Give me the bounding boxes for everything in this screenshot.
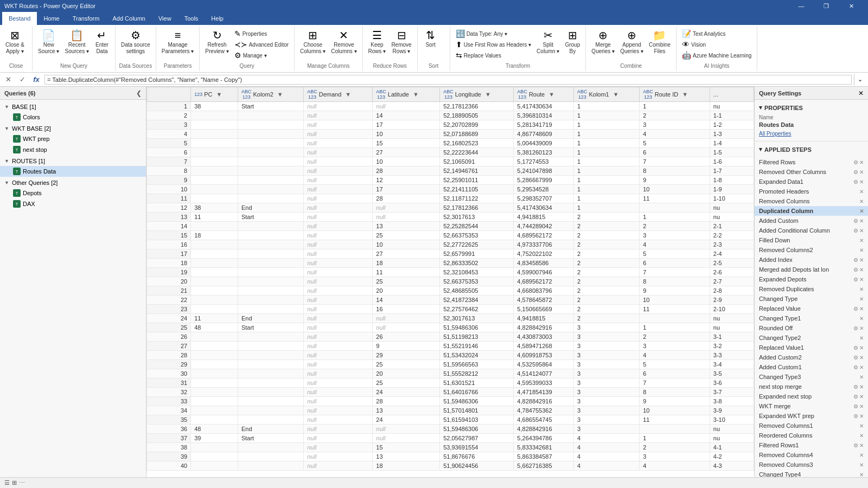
formula-confirm-button[interactable]: ✓ [16,74,28,86]
step-settings-icon[interactable]: ⚙ [853,277,858,282]
step-delete-icon[interactable]: ✕ [859,306,864,312]
status-icon-1[interactable]: ☰ [4,479,10,486]
step-settings-icon[interactable]: ⚙ [853,442,858,448]
applied-step-item[interactable]: Filtered Rows⚙✕ [755,157,868,167]
step-delete-icon[interactable]: ✕ [859,413,864,419]
step-delete-icon[interactable]: ✕ [859,189,864,195]
step-delete-icon[interactable]: ✕ [859,286,864,292]
step-settings-icon[interactable]: ⚙ [853,325,858,331]
applied-step-item[interactable]: Changed Type2✕ [755,333,868,343]
step-settings-icon[interactable]: ⚙ [853,257,858,263]
applied-step-item[interactable]: Removed Columns2✕ [755,245,868,255]
step-delete-icon[interactable]: ✕ [859,442,864,448]
recent-sources-button[interactable]: 📋 RecentSources ▾ [62,28,91,56]
step-delete-icon[interactable]: ✕ [859,462,864,468]
new-source-button[interactable]: 📄 NewSource ▾ [36,28,61,56]
formula-expand-button[interactable]: ⌄ [854,74,866,86]
sidebar-item-colors[interactable]: T Colors [0,112,146,123]
data-type-button[interactable]: 🔣 Data Type: Any ▾ [454,28,533,39]
step-delete-icon[interactable]: ✕ [859,403,864,409]
step-delete-icon[interactable]: ✕ [859,296,864,302]
step-settings-icon[interactable]: ⚙ [853,413,858,419]
step-settings-icon[interactable]: ⚙ [853,345,858,351]
append-queries-button[interactable]: ⊕ AppendQueries ▾ [618,28,646,56]
col-header-kolom1[interactable]: ABC123 Kolom1 ▼ [573,87,639,102]
merge-queries-button[interactable]: ⊕ MergeQueries ▾ [589,28,617,56]
query-group-wkt-base-header[interactable]: ▼ WKT BASE [2] [0,124,146,133]
step-settings-icon[interactable]: ⚙ [853,267,858,273]
query-group-base-header[interactable]: ▼ BASE [1] [0,102,146,112]
step-delete-icon[interactable]: ✕ [859,316,864,322]
applied-step-item[interactable]: Removed Duplicates✕ [755,284,868,294]
keep-rows-button[interactable]: ☰ KeepRows ▾ [366,28,388,56]
applied-step-item[interactable]: Added Custom⚙✕ [755,216,868,226]
advanced-editor-button[interactable]: ≺≻ Advanced Editor [232,39,291,50]
applied-step-item[interactable]: Merged add Depots lat lon⚙✕ [755,265,868,274]
tab-add-column[interactable]: Add Column [106,12,152,25]
step-delete-icon[interactable]: ✕ [859,384,864,390]
applied-step-item[interactable]: Changed Type4✕ [755,470,868,477]
step-settings-icon[interactable]: ⚙ [853,306,858,312]
close-button[interactable]: ✕ [839,0,864,12]
remove-columns-button[interactable]: ✕ RemoveColumns ▾ [329,28,359,56]
status-icon-3[interactable]: ⋯ [19,479,25,486]
step-settings-icon[interactable]: ⚙ [853,159,858,165]
minimize-button[interactable]: — [789,0,814,12]
step-delete-icon[interactable]: ✕ [859,218,864,224]
step-delete-icon[interactable]: ✕ [859,325,864,331]
query-group-other-header[interactable]: ▼ Other Queries [2] [0,178,146,188]
step-delete-icon[interactable]: ✕ [859,179,864,185]
azure-ml-button[interactable]: 🤖 Azure Machine Learning [680,50,754,61]
applied-step-item[interactable]: Removed Columns3✕ [755,460,868,470]
step-delete-icon[interactable]: ✕ [859,277,864,282]
step-delete-icon[interactable]: ✕ [859,433,864,439]
applied-step-item[interactable]: Expanded Depots⚙✕ [755,274,868,284]
split-column-button[interactable]: ✂ SplitColumn ▾ [534,28,561,56]
applied-step-item[interactable]: Replaced Value⚙✕ [755,304,868,313]
step-delete-icon[interactable]: ✕ [859,394,864,400]
step-delete-icon[interactable]: ✕ [859,159,864,165]
tab-transform[interactable]: Transform [66,12,106,25]
applied-step-item[interactable]: Expanded WKT prep⚙✕ [755,411,868,421]
step-settings-icon[interactable]: ⚙ [853,364,858,370]
queries-collapse-button[interactable]: ❮ [136,89,142,97]
step-delete-icon[interactable]: ✕ [859,345,864,351]
tab-tools[interactable]: Tools [178,12,205,25]
col-header-route[interactable]: ABC123 Route ▼ [514,87,574,102]
applied-step-item[interactable]: Added Custom2⚙✕ [755,352,868,362]
applied-step-item[interactable]: Changed Type✕ [755,294,868,304]
applied-step-item[interactable]: Rounded Off⚙✕ [755,323,868,333]
step-delete-icon[interactable]: ✕ [859,247,864,253]
applied-step-item[interactable]: Expanded next stop⚙✕ [755,391,868,401]
applied-step-item[interactable]: Expanded Data1⚙✕ [755,177,868,187]
remove-rows-button[interactable]: ⊟ RemoveRows ▾ [389,28,413,56]
applied-step-item[interactable]: Reordered Columns✕ [755,431,868,440]
step-delete-icon[interactable]: ✕ [859,452,864,458]
refresh-preview-button[interactable]: ↻ RefreshPreview ▾ [203,28,231,56]
group-by-button[interactable]: ⊞ GroupBy [563,28,582,56]
col-header-latitude[interactable]: ABC123 Latitude ▼ [373,87,440,102]
step-delete-icon[interactable]: ✕ [859,198,864,204]
col-header-extra[interactable]: ... [710,87,754,102]
status-icon-2[interactable]: ⊞ [12,479,17,486]
enter-data-button[interactable]: ↵ EnterData [92,28,112,56]
step-delete-icon[interactable]: ✕ [859,228,864,234]
sidebar-item-wkt-prep[interactable]: T WKT prep [0,133,146,144]
col-header-route-id[interactable]: ABC123 Route ID ▼ [640,87,710,102]
applied-step-item[interactable]: Added Conditional Column⚙✕ [755,226,868,235]
step-delete-icon[interactable]: ✕ [859,374,864,380]
manage-query-button[interactable]: ⚙ Manage ▾ [232,50,291,61]
applied-step-item[interactable]: Promoted Headers✕ [755,187,868,196]
col-header-pc[interactable]: 123 PC ▼ [191,87,238,102]
step-settings-icon[interactable]: ⚙ [853,218,858,224]
applied-step-item[interactable]: Removed Columns4✕ [755,450,868,460]
vision-button[interactable]: 👁 Vision [680,39,754,50]
applied-step-item[interactable]: Changed Type1✕ [755,313,868,323]
combine-files-button[interactable]: 📁 CombineFiles [647,28,673,56]
applied-step-item[interactable]: Removed Columns✕ [755,196,868,206]
manage-parameters-button[interactable]: ≡ ManageParameters ▾ [159,28,196,56]
applied-step-item[interactable]: Added Custom1⚙✕ [755,362,868,372]
step-settings-icon[interactable]: ⚙ [853,394,858,400]
sidebar-item-dax[interactable]: T DAX [0,198,146,209]
use-first-row-button[interactable]: ⬆ Use First Row as Headers ▾ [454,39,533,50]
